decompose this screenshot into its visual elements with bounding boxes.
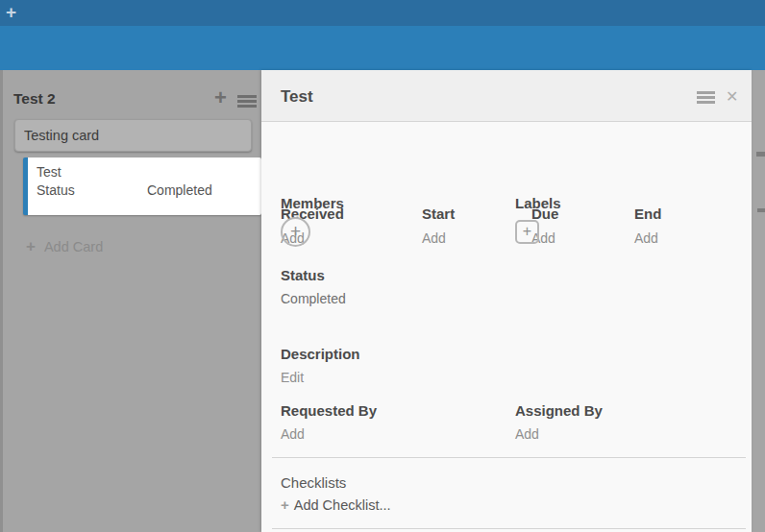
members-label: Members: [281, 195, 344, 211]
close-icon[interactable]: ✕: [726, 87, 738, 106]
start-add-link[interactable]: Add: [422, 230, 446, 246]
plus-icon: +: [290, 221, 301, 241]
minicard-title: Test: [37, 164, 62, 180]
add-label-button[interactable]: +: [515, 220, 539, 244]
list-add-card-icon[interactable]: +: [214, 85, 227, 110]
plus-icon: +: [26, 237, 36, 255]
start-label: Start: [422, 206, 455, 222]
end-add-link[interactable]: Add: [634, 230, 658, 246]
description-label: Description: [281, 346, 360, 362]
add-checklist-label: Add Checklist...: [294, 497, 391, 513]
add-card-button[interactable]: +Add Card: [26, 237, 103, 256]
card-detail-header: Test ✕: [261, 70, 752, 122]
plus-icon: +: [523, 223, 531, 239]
sidebar-edge: [0, 70, 3, 532]
end-label: End: [634, 206, 661, 222]
status-label: Status: [281, 267, 325, 283]
card-detail-title[interactable]: Test: [281, 87, 313, 107]
plus-icon: +: [281, 496, 289, 513]
labels-label: Labels: [515, 195, 561, 211]
add-card-label: Add Card: [44, 239, 103, 254]
add-board-icon[interactable]: +: [6, 2, 16, 23]
board-header-bar: [0, 26, 765, 70]
next-list-plus-icon-fragment: [756, 152, 765, 157]
requested-by-add-link[interactable]: Add: [281, 426, 305, 442]
description-edit-link[interactable]: Edit: [281, 370, 304, 385]
top-navigation-bar: +: [0, 0, 765, 26]
card-detail-panel: Test ✕ Received Add Start Add Due Add En…: [261, 70, 752, 532]
minicard-field-value: Completed: [147, 182, 212, 198]
minicard-test[interactable]: Test Status Completed: [23, 157, 261, 215]
new-card-title-input[interactable]: [14, 119, 252, 152]
divider: [272, 528, 746, 529]
checklists-label: Checklists: [281, 474, 346, 491]
assigned-by-label: Assigned By: [515, 402, 603, 419]
divider: [272, 457, 746, 458]
assigned-by-add-link[interactable]: Add: [515, 426, 539, 442]
minicard-field-label: Status: [37, 182, 75, 198]
status-value[interactable]: Completed: [281, 291, 346, 306]
add-checklist-button[interactable]: +Add Checklist...: [281, 496, 391, 514]
card-menu-icon[interactable]: [697, 91, 715, 94]
requested-by-label: Requested By: [281, 402, 377, 419]
next-list-fragment: [757, 208, 765, 212]
list-menu-icon[interactable]: [237, 95, 257, 98]
add-member-button[interactable]: +: [281, 217, 310, 247]
list-title[interactable]: Test 2: [13, 90, 56, 108]
